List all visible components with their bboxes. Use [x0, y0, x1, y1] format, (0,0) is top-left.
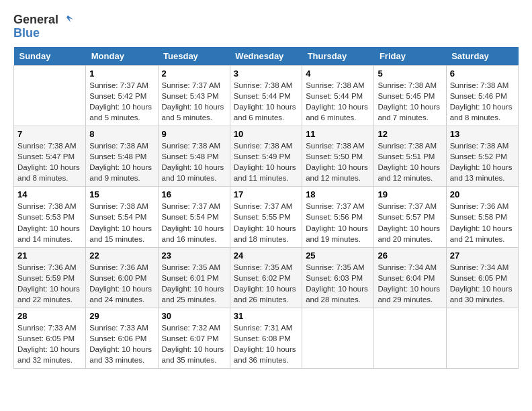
col-header-sunday: Sunday [14, 47, 86, 66]
calendar-cell: 17Sunrise: 7:37 AM Sunset: 5:55 PM Dayli… [230, 187, 302, 247]
day-info: Sunrise: 7:38 AM Sunset: 5:47 PM Dayligh… [17, 140, 82, 183]
logo-general: General [13, 13, 58, 27]
calendar-cell [14, 65, 86, 126]
calendar-cell: 4Sunrise: 7:38 AM Sunset: 5:44 PM Daylig… [302, 65, 374, 126]
calendar-cell [446, 308, 518, 369]
calendar-cell: 26Sunrise: 7:34 AM Sunset: 6:04 PM Dayli… [374, 247, 446, 308]
day-info: Sunrise: 7:35 AM Sunset: 6:01 PM Dayligh… [162, 262, 226, 305]
day-info: Sunrise: 7:38 AM Sunset: 5:46 PM Dayligh… [450, 80, 515, 123]
logo-blue: Blue [13, 27, 75, 40]
day-info: Sunrise: 7:38 AM Sunset: 5:45 PM Dayligh… [378, 80, 442, 123]
day-number: 14 [17, 189, 82, 199]
calendar-cell: 6Sunrise: 7:38 AM Sunset: 5:46 PM Daylig… [446, 65, 518, 126]
day-number: 17 [234, 189, 298, 199]
day-info: Sunrise: 7:36 AM Sunset: 5:58 PM Dayligh… [450, 201, 515, 244]
day-number: 27 [450, 250, 515, 261]
calendar-cell: 22Sunrise: 7:36 AM Sunset: 6:00 PM Dayli… [86, 247, 158, 308]
day-number: 11 [306, 129, 370, 139]
day-info: Sunrise: 7:34 AM Sunset: 6:04 PM Dayligh… [378, 262, 442, 305]
day-number: 30 [162, 311, 226, 321]
day-info: Sunrise: 7:38 AM Sunset: 5:54 PM Dayligh… [89, 201, 154, 244]
day-info: Sunrise: 7:38 AM Sunset: 5:53 PM Dayligh… [17, 201, 82, 244]
day-info: Sunrise: 7:38 AM Sunset: 5:44 PM Dayligh… [234, 80, 298, 123]
day-info: Sunrise: 7:38 AM Sunset: 5:51 PM Dayligh… [378, 140, 442, 183]
calendar-cell: 15Sunrise: 7:38 AM Sunset: 5:54 PM Dayli… [86, 187, 158, 247]
day-info: Sunrise: 7:32 AM Sunset: 6:07 PM Dayligh… [162, 322, 226, 365]
calendar-cell: 12Sunrise: 7:38 AM Sunset: 5:51 PM Dayli… [374, 126, 446, 186]
day-info: Sunrise: 7:36 AM Sunset: 6:00 PM Dayligh… [89, 262, 154, 305]
calendar-cell: 30Sunrise: 7:32 AM Sunset: 6:07 PM Dayli… [158, 308, 230, 369]
day-number: 23 [162, 250, 226, 261]
calendar-cell: 9Sunrise: 7:38 AM Sunset: 5:48 PM Daylig… [158, 126, 230, 186]
calendar-cell: 27Sunrise: 7:34 AM Sunset: 6:05 PM Dayli… [446, 247, 518, 308]
day-number: 5 [378, 68, 442, 79]
day-number: 1 [89, 68, 154, 79]
day-info: Sunrise: 7:37 AM Sunset: 5:43 PM Dayligh… [162, 80, 226, 123]
col-header-tuesday: Tuesday [158, 47, 230, 66]
logo-container: General Blue [13, 13, 75, 40]
day-number: 9 [162, 129, 226, 139]
calendar-cell: 1Sunrise: 7:37 AM Sunset: 5:42 PM Daylig… [86, 65, 158, 126]
day-info: Sunrise: 7:34 AM Sunset: 6:05 PM Dayligh… [450, 262, 515, 305]
day-info: Sunrise: 7:37 AM Sunset: 5:54 PM Dayligh… [162, 201, 226, 244]
calendar-cell: 25Sunrise: 7:35 AM Sunset: 6:03 PM Dayli… [302, 247, 374, 308]
calendar-cell: 11Sunrise: 7:38 AM Sunset: 5:50 PM Dayli… [302, 126, 374, 186]
day-number: 31 [234, 311, 298, 321]
day-number: 19 [378, 189, 442, 199]
week-row-5: 28Sunrise: 7:33 AM Sunset: 6:05 PM Dayli… [14, 308, 519, 369]
calendar-cell [374, 308, 446, 369]
day-info: Sunrise: 7:37 AM Sunset: 5:57 PM Dayligh… [378, 201, 442, 244]
calendar-cell: 31Sunrise: 7:31 AM Sunset: 6:08 PM Dayli… [230, 308, 302, 369]
day-number: 25 [306, 250, 370, 261]
calendar-cell: 14Sunrise: 7:38 AM Sunset: 5:53 PM Dayli… [14, 187, 86, 247]
day-info: Sunrise: 7:38 AM Sunset: 5:49 PM Dayligh… [234, 140, 298, 183]
calendar-cell: 21Sunrise: 7:36 AM Sunset: 5:59 PM Dayli… [14, 247, 86, 308]
day-number: 24 [234, 250, 298, 261]
day-number: 8 [89, 129, 154, 139]
day-info: Sunrise: 7:31 AM Sunset: 6:08 PM Dayligh… [234, 322, 298, 365]
day-info: Sunrise: 7:37 AM Sunset: 5:55 PM Dayligh… [234, 201, 298, 244]
calendar-cell: 29Sunrise: 7:33 AM Sunset: 6:06 PM Dayli… [86, 308, 158, 369]
calendar-cell: 23Sunrise: 7:35 AM Sunset: 6:01 PM Dayli… [158, 247, 230, 308]
day-info: Sunrise: 7:36 AM Sunset: 5:59 PM Dayligh… [17, 262, 82, 305]
page-header: General Blue [13, 13, 519, 40]
logo: General Blue [13, 13, 75, 40]
calendar-cell: 24Sunrise: 7:35 AM Sunset: 6:02 PM Dayli… [230, 247, 302, 308]
col-header-wednesday: Wednesday [230, 47, 302, 66]
svg-marker-0 [66, 15, 73, 22]
day-number: 10 [234, 129, 298, 139]
day-info: Sunrise: 7:38 AM Sunset: 5:52 PM Dayligh… [450, 140, 515, 183]
day-number: 26 [378, 250, 442, 261]
col-header-saturday: Saturday [446, 47, 518, 66]
calendar-cell: 20Sunrise: 7:36 AM Sunset: 5:58 PM Dayli… [446, 187, 518, 247]
logo-bird-icon [60, 14, 75, 26]
day-info: Sunrise: 7:38 AM Sunset: 5:48 PM Dayligh… [162, 140, 226, 183]
day-number: 22 [89, 250, 154, 261]
day-info: Sunrise: 7:33 AM Sunset: 6:05 PM Dayligh… [17, 322, 82, 365]
day-info: Sunrise: 7:35 AM Sunset: 6:02 PM Dayligh… [234, 262, 298, 305]
day-number: 4 [306, 68, 370, 79]
calendar-cell: 10Sunrise: 7:38 AM Sunset: 5:49 PM Dayli… [230, 126, 302, 186]
col-header-thursday: Thursday [302, 47, 374, 66]
day-info: Sunrise: 7:33 AM Sunset: 6:06 PM Dayligh… [89, 322, 154, 365]
col-header-monday: Monday [86, 47, 158, 66]
day-info: Sunrise: 7:37 AM Sunset: 5:42 PM Dayligh… [89, 80, 154, 123]
week-row-3: 14Sunrise: 7:38 AM Sunset: 5:53 PM Dayli… [14, 187, 519, 247]
day-number: 2 [162, 68, 226, 79]
day-number: 6 [450, 68, 515, 79]
col-header-friday: Friday [374, 47, 446, 66]
calendar-cell: 18Sunrise: 7:37 AM Sunset: 5:56 PM Dayli… [302, 187, 374, 247]
day-number: 3 [234, 68, 298, 79]
day-number: 21 [17, 250, 82, 261]
calendar-cell: 5Sunrise: 7:38 AM Sunset: 5:45 PM Daylig… [374, 65, 446, 126]
day-number: 29 [89, 311, 154, 321]
calendar-cell: 16Sunrise: 7:37 AM Sunset: 5:54 PM Dayli… [158, 187, 230, 247]
calendar-cell: 19Sunrise: 7:37 AM Sunset: 5:57 PM Dayli… [374, 187, 446, 247]
day-number: 18 [306, 189, 370, 199]
week-row-2: 7Sunrise: 7:38 AM Sunset: 5:47 PM Daylig… [14, 126, 519, 186]
calendar-cell: 3Sunrise: 7:38 AM Sunset: 5:44 PM Daylig… [230, 65, 302, 126]
day-number: 13 [450, 129, 515, 139]
day-number: 15 [89, 189, 154, 199]
calendar-cell [302, 308, 374, 369]
day-number: 7 [17, 129, 82, 139]
